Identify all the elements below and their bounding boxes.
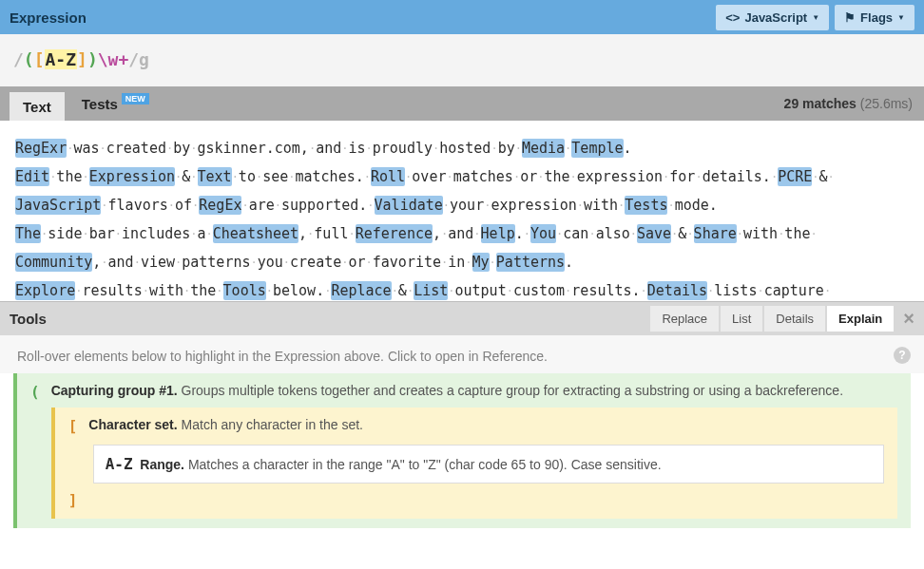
code-icon: <> [725,10,740,25]
match[interactable]: You [530,224,556,243]
tool-tab-replace[interactable]: Replace [650,306,719,332]
plain-text: with [743,225,778,242]
match[interactable]: Replace [331,281,391,300]
match[interactable]: Text [198,167,232,186]
space-marker: · [341,142,348,155]
tab-text-label: Text [23,99,51,115]
plain-text: also [596,225,630,242]
plain-text: the [190,282,216,299]
expression-header: Expression <> JavaScript ▼ ⚑ Flags ▼ [0,0,924,34]
plain-text: , [92,254,101,271]
flag-icon: ⚑ [844,10,856,25]
space-marker: · [465,256,472,269]
match[interactable]: RegEx [199,196,241,215]
plain-text: was [73,140,99,157]
space-marker: · [524,227,530,240]
space-marker: · [175,170,182,183]
flags-button[interactable]: ⚑ Flags ▼ [835,5,914,30]
header-buttons: <> JavaScript ▼ ⚑ Flags ▼ [716,5,914,30]
plain-text: with [149,282,183,299]
match[interactable]: Expression [89,167,175,186]
flavor-button[interactable]: <> JavaScript ▼ [716,5,829,30]
match[interactable]: PCRE [778,167,812,186]
match[interactable]: Tools [223,281,266,300]
plain-text: proudly [373,140,433,157]
sample-text-area[interactable]: RegExr·was·created·by·gskinner.com,·and·… [0,121,924,301]
match[interactable]: My [472,253,490,272]
space-marker: · [443,199,450,212]
plain-text: gskinner.com, [198,140,309,157]
match[interactable]: Roll [371,167,405,186]
plain-text: and [316,140,341,157]
space-marker: · [695,170,702,183]
space-marker: · [41,227,48,240]
match[interactable]: Patterns [496,253,565,272]
match[interactable]: RegExr [15,139,67,158]
match[interactable]: Explore [15,281,75,300]
explain-group[interactable]: ( Capturing group #1. Groups multiple to… [13,373,911,528]
space-marker: · [190,170,197,183]
match[interactable]: Tests [625,196,667,215]
plain-text: expression [491,197,576,214]
close-icon[interactable]: × [903,308,914,330]
match[interactable]: Reference [356,224,433,243]
tab-text[interactable]: Text [10,92,65,121]
space-marker: · [341,256,348,269]
flags-label: Flags [860,10,893,25]
match[interactable]: Help [481,224,515,243]
plain-text: and [448,225,473,242]
space-marker: · [441,256,448,269]
match[interactable]: The [15,224,41,243]
tools-hint: Roll-over elements below to highlight in… [17,349,907,364]
plain-text: the [544,168,569,185]
space-marker: · [192,199,199,212]
space-marker: · [565,142,571,155]
match[interactable]: List [414,281,448,300]
plain-text: results [82,282,142,299]
match[interactable]: Details [647,281,707,300]
help-icon[interactable]: ? [894,347,911,364]
match[interactable]: Validate [375,196,443,215]
match[interactable]: Edit [15,167,49,186]
match-info: 29 matches (25.6ms) [784,96,913,111]
plain-text: & [182,168,190,185]
match[interactable]: Cheatsheet [213,224,298,243]
match[interactable]: Share [694,224,737,243]
match[interactable]: Temple [571,139,623,158]
explain-charset[interactable]: [ Character set. Match any character in … [51,408,897,519]
space-marker: · [570,170,577,183]
space-marker: · [556,227,563,240]
explain-range[interactable]: A-Z Range. Matches a character in the ra… [93,445,884,484]
space-marker: · [686,227,693,240]
space-marker: · [405,170,412,183]
space-marker: · [641,284,647,297]
match[interactable]: JavaScript [15,196,101,215]
space-marker: · [757,284,763,297]
expression-input[interactable]: /([A-Z])\w+/g [0,34,924,86]
space-marker: · [275,199,281,212]
space-marker: · [577,199,584,212]
plain-text: are [249,197,275,214]
tool-tab-list[interactable]: List [721,306,762,332]
flavor-label: JavaScript [744,10,807,25]
explain-panel: ( Capturing group #1. Groups multiple to… [13,373,911,528]
space-marker: · [241,199,248,212]
match[interactable]: Community [15,253,92,272]
space-marker: · [175,256,182,269]
space-marker: · [707,284,714,297]
tool-tab-details[interactable]: Details [764,306,825,332]
expression-title: Expression [10,9,87,26]
match[interactable]: Save [637,224,671,243]
tool-tab-explain[interactable]: Explain [827,306,894,332]
space-marker: · [309,142,316,155]
match[interactable]: Media [522,139,565,158]
plain-text: with [584,197,618,214]
plain-text: matches. [295,168,363,185]
tools-tabs: Replace List Details Explain × [650,306,914,332]
space-marker: · [507,284,513,297]
space-marker: · [824,284,831,297]
plain-text: , [298,225,307,242]
tab-tests[interactable]: Tests NEW [68,86,163,121]
plain-text: matches [453,168,513,185]
plain-text: favorite [373,254,441,271]
